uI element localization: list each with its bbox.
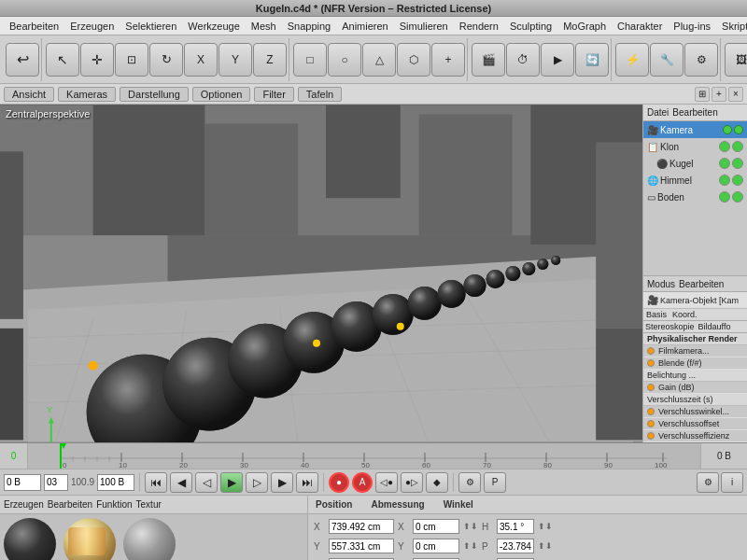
toolbar-obj3[interactable]: △ — [362, 43, 396, 77]
toolbar-rotate[interactable]: ↻ — [149, 43, 183, 77]
menu-charakter[interactable]: Charakter — [612, 20, 668, 33]
btn-prev-frame[interactable]: ◀ — [170, 472, 192, 493]
toolbar-scale[interactable]: ⊡ — [115, 43, 148, 77]
btn-keyframe[interactable]: ◆ — [426, 472, 448, 493]
material-hdri017[interactable]: HDRI 017 — [63, 518, 116, 560]
kamera-vis1[interactable] — [723, 125, 732, 134]
kugel-vis1[interactable] — [719, 158, 730, 169]
abm-x-input[interactable] — [413, 519, 459, 534]
angle-h-arrows[interactable]: ⬆⬇ — [538, 522, 553, 531]
view-kameras[interactable]: Kameras — [58, 87, 116, 102]
view-optionen[interactable]: Optionen — [192, 87, 251, 102]
menu-werkzeuge[interactable]: Werkzeuge — [182, 20, 245, 33]
btn-to-end[interactable]: ⏭ — [296, 472, 318, 493]
abm-y-arrows[interactable]: ⬆⬇ — [463, 541, 478, 551]
material-mat1[interactable]: Mat.1 — [4, 518, 56, 560]
section-verschlusszeit[interactable]: Verschlusszeit (s) — [643, 394, 747, 406]
object-himmel[interactable]: 🌐 Himmel — [643, 172, 747, 189]
props-bearbeiten[interactable]: Bearbeiten — [679, 279, 724, 289]
angle-h-input[interactable] — [497, 519, 534, 534]
abm-y-input[interactable] — [413, 539, 459, 553]
timeline-ruler[interactable]: 0 10 20 30 40 50 60 70 80 — [28, 443, 700, 469]
object-boden[interactable]: ▭ Boden — [643, 189, 747, 205]
toolbar-xform[interactable]: X — [184, 43, 218, 77]
tab-stereoskopie[interactable]: Stereoskopie — [643, 321, 697, 332]
pos-y-input[interactable] — [329, 539, 394, 553]
object-kugel[interactable]: ⚫ Kugel — [643, 155, 747, 172]
angle-p-input[interactable] — [497, 539, 534, 553]
btn-prev-key[interactable]: ◁● — [375, 472, 398, 493]
3d-viewport[interactable]: Zentralperspektive — [0, 105, 642, 442]
kugel-vis2[interactable] — [732, 158, 743, 169]
view-darstellung[interactable]: Darstellung — [120, 87, 189, 102]
view-tafeln[interactable]: Tafeln — [298, 87, 342, 102]
mat-textur[interactable]: Textur — [136, 499, 162, 510]
view-filter[interactable]: Filter — [254, 87, 293, 102]
toolbar-sim3[interactable]: ⚙ — [684, 43, 718, 77]
boden-vis2[interactable] — [732, 191, 743, 203]
toolbar-obj2[interactable]: ○ — [328, 43, 361, 77]
menu-skript[interactable]: Skript — [716, 20, 747, 33]
toolbar-sim1[interactable]: ⚡ — [615, 43, 649, 77]
tab-koord[interactable]: Koord. — [669, 309, 700, 320]
view-icon3[interactable]: × — [728, 87, 743, 102]
menu-simulieren[interactable]: Simulieren — [394, 20, 454, 33]
frame-input[interactable] — [4, 474, 41, 491]
klon-vis1[interactable] — [719, 141, 730, 152]
view-icon2[interactable]: + — [712, 87, 726, 102]
tab-basis[interactable]: Basis — [643, 309, 669, 320]
btn-config1[interactable]: ⚙ — [458, 472, 481, 493]
toolbar-select[interactable]: ↖ — [46, 43, 79, 77]
view-icon1[interactable]: ⊞ — [695, 87, 710, 102]
menu-mesh[interactable]: Mesh — [246, 20, 282, 33]
btn-play[interactable]: ▶ — [220, 472, 243, 493]
toolbar-obj1[interactable]: □ — [293, 43, 327, 77]
object-klon[interactable]: 📋 Klon — [643, 138, 747, 155]
toolbar-obj5[interactable]: + — [431, 43, 465, 77]
section-belichtung[interactable]: Belichtung ... — [643, 370, 747, 382]
pos-x-input[interactable] — [329, 519, 394, 534]
material-mat[interactable]: Mat — [123, 518, 176, 560]
section-physikalischer[interactable]: Physikalischer Render — [643, 333, 747, 345]
btn-prev[interactable]: ◁ — [195, 472, 218, 493]
btn-record[interactable]: ● — [329, 472, 349, 493]
toolbar-sim2[interactable]: 🔧 — [650, 43, 684, 77]
right-panel-datei[interactable]: Datei — [647, 107, 669, 118]
klon-vis2[interactable] — [732, 141, 743, 152]
menu-erzeugen[interactable]: Erzeugen — [64, 20, 120, 33]
props-modus[interactable]: Modus — [647, 279, 675, 289]
toolbar-yform[interactable]: Y — [218, 43, 252, 77]
fps-input[interactable] — [44, 474, 68, 491]
menu-selektieren[interactable]: Selektieren — [120, 20, 182, 33]
end-frame-input[interactable] — [97, 474, 134, 491]
menu-rendern[interactable]: Rendern — [454, 20, 504, 33]
toolbar-render1[interactable]: 🖼 — [725, 43, 747, 77]
menu-snapping[interactable]: Snapping — [282, 20, 337, 33]
himmel-vis1[interactable] — [719, 175, 730, 186]
btn-anim-settings[interactable]: ⚙ — [697, 472, 719, 493]
toolbar-anim2[interactable]: ⏱ — [506, 43, 540, 77]
toolbar-undo[interactable]: ↩ — [6, 43, 39, 77]
right-panel-bearbeiten[interactable]: Bearbeiten — [672, 107, 717, 118]
toolbar-obj4[interactable]: ⬡ — [397, 43, 430, 77]
boden-vis1[interactable] — [719, 191, 730, 203]
abm-x-arrows[interactable]: ⬆⬇ — [463, 522, 478, 531]
menu-sculpting[interactable]: Sculpting — [504, 20, 557, 33]
btn-auto-keyframe[interactable]: A — [352, 472, 373, 493]
mat-erzeugen[interactable]: Erzeugen — [4, 499, 44, 510]
btn-to-start[interactable]: ⏮ — [145, 472, 167, 493]
mat-funktion[interactable]: Funktion — [96, 499, 132, 510]
kamera-vis2[interactable] — [734, 125, 743, 134]
toolbar-anim3[interactable]: ▶ — [541, 43, 574, 77]
toolbar-zform[interactable]: Z — [253, 43, 287, 77]
menu-animieren[interactable]: Animieren — [336, 20, 394, 33]
angle-p-arrows[interactable]: ⬆⬇ — [538, 541, 553, 551]
btn-anim-info[interactable]: i — [721, 472, 743, 493]
btn-next[interactable]: ▷ — [246, 472, 268, 493]
himmel-vis2[interactable] — [732, 175, 743, 186]
toolbar-anim1[interactable]: 🎬 — [472, 43, 505, 77]
toolbar-anim4[interactable]: 🔄 — [575, 43, 609, 77]
btn-next-key[interactable]: ●▷ — [401, 472, 423, 493]
menu-bearbeiten[interactable]: Bearbeiten — [4, 20, 64, 33]
btn-config2[interactable]: P — [484, 472, 506, 493]
